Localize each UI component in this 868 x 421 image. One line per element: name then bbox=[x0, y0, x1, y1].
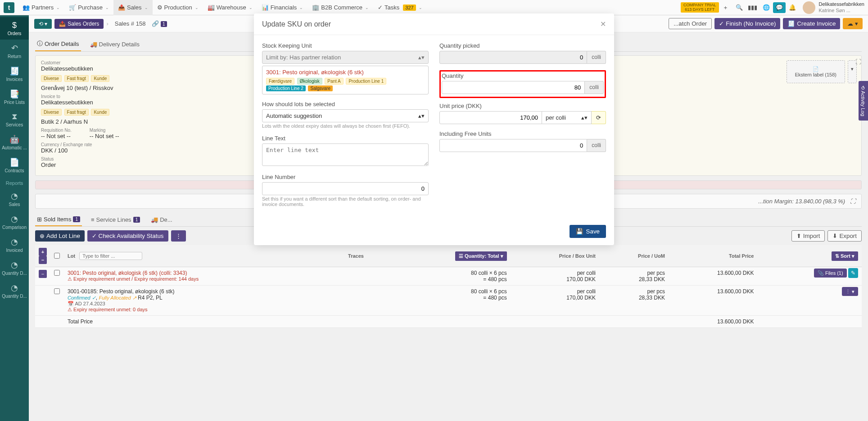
linenum-label: Line Number bbox=[262, 174, 429, 180]
qtypicked-label: Quantity picked bbox=[439, 42, 606, 49]
sku-label: Stock Keeping Unit bbox=[262, 42, 429, 49]
sku-tag: Færdigvare bbox=[266, 78, 294, 85]
free-label: Including Free Units bbox=[439, 130, 606, 137]
lots-help: Lots with the oldest expiry dates will a… bbox=[262, 123, 429, 129]
close-icon[interactable]: ✕ bbox=[600, 20, 606, 28]
qtypicked-unit: colli bbox=[587, 51, 606, 64]
quantity-highlight: Quantity colli bbox=[439, 70, 606, 98]
sku-tag: Production Line 1 bbox=[346, 78, 386, 85]
refresh-price-button[interactable]: ⟳ bbox=[592, 111, 606, 124]
linenum-input[interactable] bbox=[262, 182, 429, 195]
qty-input[interactable] bbox=[442, 81, 585, 94]
save-button[interactable]: 💾 Save bbox=[570, 225, 606, 238]
qty-label: Quantity bbox=[442, 72, 604, 79]
lots-label: How should lots be selected bbox=[262, 101, 429, 107]
qty-unit: colli bbox=[585, 81, 604, 94]
sku-limit-select[interactable]: Limit by: Has partner relation▴▾ bbox=[262, 51, 429, 64]
free-input[interactable] bbox=[439, 139, 587, 152]
lots-select[interactable]: Automatic suggestion▴▾ bbox=[262, 109, 429, 122]
qtypicked-input bbox=[439, 51, 587, 64]
price-input[interactable] bbox=[439, 111, 542, 124]
sku-tag: Pant A bbox=[325, 78, 343, 85]
linenum-help: Set this if you want a different sort th… bbox=[262, 196, 429, 207]
sku-tag: Production Line 2 bbox=[266, 85, 306, 91]
free-unit: colli bbox=[587, 139, 606, 152]
sku-tag: Økologisk bbox=[297, 78, 322, 85]
linetext-label: Line Text bbox=[262, 135, 429, 142]
price-label: Unit price (DKK) bbox=[439, 103, 606, 109]
sku-name: 3001: Pesto original, økologisk (6 stk) bbox=[266, 69, 425, 76]
modal-title: Update SKU on order bbox=[262, 20, 331, 28]
linetext-input[interactable] bbox=[262, 143, 429, 166]
sku-display[interactable]: 3001: Pesto original, økologisk (6 stk) … bbox=[262, 66, 429, 94]
sku-tag: Salgsvare bbox=[308, 85, 332, 91]
price-unit-select[interactable]: per colli▴▾ bbox=[542, 111, 592, 124]
update-sku-modal: Update SKU on order ✕ Stock Keeping Unit… bbox=[254, 13, 614, 245]
